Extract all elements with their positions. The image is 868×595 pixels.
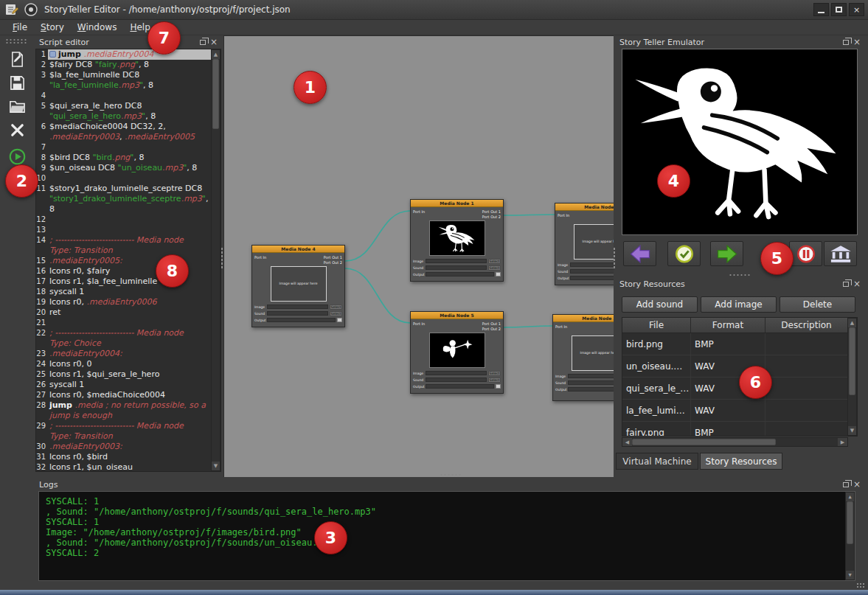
scroll-down-icon[interactable]: ▼ (846, 571, 854, 580)
port-out-2-label[interactable]: Port Out 2 (324, 260, 342, 265)
home-button[interactable] (824, 241, 857, 266)
node-title[interactable]: Media Node 2 (555, 203, 614, 211)
splitter-handle[interactable] (221, 247, 224, 269)
delete-button[interactable]: Delete (780, 296, 855, 313)
port-in-label[interactable]: Port In (555, 324, 567, 329)
scroll-left-icon[interactable]: ◀ (622, 438, 632, 446)
script-line[interactable]: 1jump .mediaEntry0004 (36, 49, 211, 60)
script-editor[interactable]: 1jump .mediaEntry00042$fairy DC8 "fairy.… (35, 49, 221, 472)
float-panel-icon[interactable] (843, 282, 849, 287)
script-line[interactable]: 11$story1_drako_luminelle_sceptre DC8 (36, 184, 211, 194)
media-node[interactable]: Media Node 3Port InPort Out 1Port Out 2I… (552, 314, 614, 401)
title-bar[interactable]: StoryTeller Editor - /home/anthony/ostpr… (0, 0, 868, 20)
script-line[interactable]: 20ret (36, 307, 211, 318)
port-out-2-label[interactable]: Port Out 2 (482, 327, 501, 331)
new-script-button[interactable] (7, 49, 27, 69)
column-header-file[interactable]: File (622, 318, 691, 333)
script-line[interactable]: 7 (36, 142, 211, 153)
node-canvas[interactable]: Media Node 4Port InPort Out 1Port Out 2I… (223, 35, 614, 477)
close-window-button[interactable]: × (849, 3, 864, 16)
script-line[interactable]: 27lcons r0, $mediaChoice0004 (36, 390, 211, 400)
port-in-label[interactable]: Port In (558, 213, 569, 218)
script-line[interactable]: 29; --------------------------- Media no… (36, 421, 211, 431)
scroll-down-icon[interactable]: ▼ (212, 462, 220, 470)
script-line[interactable]: 18syscall 1 (36, 287, 211, 297)
next-button[interactable] (710, 241, 743, 266)
resource-row[interactable]: bird.pngBMP (622, 333, 847, 355)
add-sound-button[interactable]: Add sound (622, 296, 698, 313)
script-scrollbar[interactable]: ▲ ▼ (211, 49, 221, 471)
column-header-format[interactable]: Format (691, 318, 765, 333)
select-sound-button[interactable]: Select (488, 265, 501, 271)
splitter-handle[interactable] (440, 473, 462, 477)
script-line[interactable]: 9$un_oiseau DC8 "un_oiseau.mp3", 8 (36, 163, 211, 173)
media-node[interactable]: Media Node 2Port InPort Out 1Port Out 2I… (555, 203, 614, 285)
scroll-right-icon[interactable]: ▶ (838, 438, 847, 446)
script-line[interactable]: 23.mediaEntry0004: (36, 349, 211, 359)
script-line[interactable]: jump is enough (36, 411, 211, 421)
script-line[interactable]: 26syscall 1 (36, 380, 211, 390)
scroll-up-icon[interactable]: ▲ (846, 493, 854, 501)
close-panel-icon[interactable]: × (210, 38, 218, 46)
script-line[interactable]: 24lcons r0, 0 (36, 359, 211, 369)
close-panel-icon[interactable]: × (853, 279, 861, 288)
scroll-track[interactable] (632, 438, 838, 446)
scroll-up-icon[interactable]: ▲ (212, 50, 220, 59)
previous-button[interactable] (623, 241, 656, 266)
select-sound-button[interactable]: Select (330, 311, 342, 316)
node-title[interactable]: Media Node 4 (252, 246, 344, 253)
media-node[interactable]: Media Node 5Port InPort Out 1Port Out 2I… (410, 311, 504, 394)
media-node[interactable]: Media Node 1Port InPort Out 1Port Out 2I… (410, 199, 504, 282)
table-hscrollbar[interactable]: ◀ ▶ (622, 437, 848, 447)
select-image-button[interactable]: Select (488, 371, 501, 376)
node-title[interactable]: Media Node 5 (411, 312, 503, 319)
float-panel-icon[interactable] (200, 40, 206, 45)
select-image-button[interactable]: Select (488, 259, 501, 264)
script-line[interactable]: 21 (36, 318, 211, 328)
resource-row[interactable]: qui_sera_le_hero.mp3WAV (622, 377, 847, 400)
column-header-description[interactable]: Description (765, 318, 848, 333)
toolbar-drag-handle[interactable] (5, 38, 27, 44)
menu-file[interactable]: File (6, 21, 34, 34)
port-out-2-label[interactable]: Port Out 2 (482, 215, 501, 219)
scroll-thumb[interactable] (212, 59, 219, 129)
script-line[interactable]: 19lcons r0, .mediaEntry0006 (36, 297, 211, 307)
scroll-track[interactable] (212, 59, 220, 462)
menu-story[interactable]: Story (34, 21, 71, 34)
script-line[interactable]: 28jump .media ; no return possible, so a (36, 400, 211, 411)
scroll-up-icon[interactable]: ▲ (848, 319, 856, 327)
script-line[interactable]: Type: Transition (36, 246, 211, 256)
script-line[interactable]: 30.mediaEntry0003: (36, 442, 211, 452)
scroll-track[interactable] (848, 327, 856, 426)
scroll-track[interactable] (846, 501, 854, 571)
port-out-1-label[interactable]: Port Out 1 (482, 209, 501, 214)
select-sound-button[interactable]: Select (488, 377, 501, 383)
add-image-button[interactable]: Add image (701, 296, 777, 313)
scroll-thumb[interactable] (632, 439, 776, 445)
script-line[interactable]: 8 (36, 204, 211, 215)
script-line[interactable]: 10 (36, 173, 211, 184)
tab-virtual-machine[interactable]: Virtual Machine (616, 453, 698, 470)
script-line[interactable]: "story1_drako_luminelle_sceptre.mp3", (36, 194, 211, 204)
script-line[interactable]: 3$la_fee_luminelle DC8 (36, 70, 211, 80)
scroll-down-icon[interactable]: ▼ (848, 426, 856, 435)
script-line[interactable]: 2$fairy DC8 "fairy.png", 8 (36, 60, 211, 70)
resource-row[interactable]: fairy.pngBMP (622, 422, 847, 436)
select-image-button[interactable]: Select (330, 305, 342, 310)
minimize-button[interactable] (813, 3, 829, 16)
resource-row[interactable]: la_fee_luminelle.mp3WAV (622, 400, 847, 422)
port-in-label[interactable]: Port In (254, 255, 266, 260)
script-line[interactable]: 14; --------------------------- Media no… (36, 235, 211, 246)
float-panel-icon[interactable] (843, 482, 849, 487)
script-line[interactable]: "qui_sera_le_hero.mp3", 8 (36, 111, 211, 122)
maximize-button[interactable] (831, 3, 847, 16)
float-panel-icon[interactable] (843, 40, 849, 45)
node-title[interactable]: Media Node 1 (411, 200, 503, 207)
script-line[interactable]: 31lcons r0, $bird (36, 452, 211, 462)
tab-story-resources[interactable]: Story Resources (700, 453, 782, 470)
script-line[interactable]: 4 (36, 91, 211, 101)
resource-row[interactable]: un_oiseau.mp3WAV (622, 355, 847, 377)
validate-button[interactable] (667, 241, 701, 266)
script-line[interactable]: 25lcons r1, $qui_sera_le_hero (36, 369, 211, 380)
port-out-1-label[interactable]: Port Out 1 (482, 321, 501, 326)
